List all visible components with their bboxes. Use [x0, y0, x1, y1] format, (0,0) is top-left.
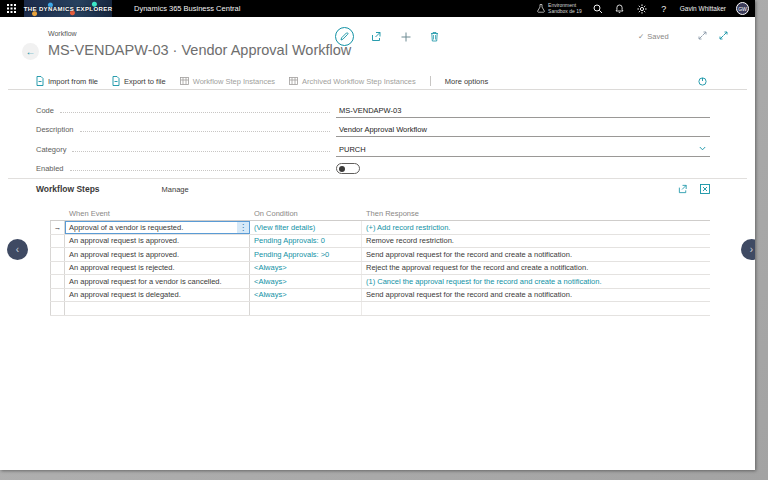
file-export-icon — [112, 76, 120, 86]
top-bar: THE DYNAMICS EXPLORER Dynamics 365 Busin… — [0, 0, 755, 17]
notifications-bell-icon[interactable] — [614, 3, 626, 15]
response-link[interactable]: (1) Cancel the approval request for the … — [362, 275, 710, 288]
table-row[interactable]: An approval request is delegated. <Alway… — [50, 289, 710, 303]
table-row[interactable]: An approval request for a vendor is canc… — [50, 275, 710, 289]
table-row[interactable]: An approval request is rejected. <Always… — [50, 262, 710, 276]
condition-link[interactable]: <Always> — [250, 275, 362, 288]
saved-check-icon: ✓ — [638, 32, 644, 41]
table-row-empty[interactable] — [50, 302, 710, 316]
page-title: MS-VENDAPW-03 · Vendor Approval Workflow — [48, 42, 351, 58]
response-text[interactable]: Send approval request for the record and… — [362, 248, 710, 261]
desktop: THE DYNAMICS EXPLORER Dynamics 365 Busin… — [0, 0, 768, 480]
record-toolbar — [335, 27, 441, 46]
manage-menu[interactable]: Manage — [162, 185, 189, 194]
column-header-when-event[interactable]: When Event — [65, 206, 250, 220]
back-button[interactable]: ← — [22, 43, 39, 60]
window-mini-icons — [698, 31, 728, 40]
focus-mode-icon[interactable] — [719, 31, 728, 40]
workflow-steps-title: Workflow Steps — [36, 184, 100, 194]
condition-link[interactable]: <Always> — [250, 289, 362, 302]
code-label: Code — [36, 106, 54, 118]
search-icon[interactable] — [592, 3, 604, 15]
condition-link[interactable]: (View filter details) — [250, 221, 362, 234]
environment-indicator[interactable]: Environment Sandbox de 19 — [537, 3, 582, 14]
enabled-field-row: Enabled — [36, 157, 710, 177]
column-header-then-response[interactable]: Then Response — [362, 206, 710, 220]
enabled-toggle[interactable] — [336, 163, 360, 174]
description-input[interactable]: Vendor Approval Workflow — [336, 123, 710, 137]
saved-label: Saved — [647, 32, 668, 41]
category-field-row: Category PURCH — [36, 137, 710, 157]
code-input[interactable]: MS-VENDAPW-03 — [336, 104, 710, 118]
new-record-plus-button[interactable] — [399, 30, 412, 43]
selected-row-arrow-icon: → — [50, 221, 65, 234]
section-divider — [8, 178, 747, 179]
row-menu-icon[interactable]: ⋮ — [237, 222, 249, 233]
back-arrow-icon: ← — [26, 46, 36, 57]
description-label: Description — [36, 125, 74, 137]
action-bar-divider — [430, 76, 431, 86]
more-options-button[interactable]: More options — [445, 77, 488, 86]
column-header-on-condition[interactable]: On Condition — [250, 206, 362, 220]
archived-workflow-step-instances-button[interactable]: Archived Workflow Step Instances — [289, 77, 416, 86]
app-launcher-waffle-icon[interactable] — [3, 0, 20, 17]
enabled-label: Enabled — [36, 164, 64, 176]
browser-window: THE DYNAMICS EXPLORER Dynamics 365 Busin… — [0, 0, 755, 470]
popout-icon[interactable] — [698, 31, 707, 40]
share-button[interactable] — [370, 30, 383, 43]
list-grid-icon — [289, 77, 298, 85]
next-record-button[interactable]: › — [741, 239, 755, 260]
dotted-leader — [70, 163, 330, 171]
import-from-file-button[interactable]: Import from file — [36, 76, 98, 86]
previous-record-button[interactable]: ‹ — [7, 239, 28, 260]
help-icon[interactable]: ? — [658, 3, 670, 15]
table-row[interactable]: An approval request is approved. Pending… — [50, 235, 710, 249]
category-select[interactable]: PURCH — [336, 143, 710, 157]
settings-gear-icon[interactable] — [636, 3, 648, 15]
user-name[interactable]: Gavin Whittaker — [680, 5, 726, 12]
description-field-row: Description Vendor Approval Workflow — [36, 118, 710, 138]
table-header-row: When Event On Condition Then Response — [50, 206, 710, 221]
open-in-excel-icon[interactable] — [700, 184, 710, 194]
topbar-actions: Environment Sandbox de 19 ? Gavin Whitta… — [537, 2, 755, 15]
condition-link[interactable]: Pending Approvals: 0 — [250, 235, 362, 248]
page-header: ← Workflow MS-VENDAPW-03 · Vendor Approv… — [0, 17, 755, 73]
dotted-leader — [72, 144, 330, 152]
flask-icon — [537, 4, 545, 13]
delete-trash-button[interactable] — [428, 30, 441, 43]
file-import-icon — [36, 76, 44, 86]
breadcrumb[interactable]: Workflow — [48, 30, 77, 37]
table-row[interactable]: → Approval of a vendor is requested. ⋮ (… — [50, 221, 710, 235]
code-field-row: Code MS-VENDAPW-03 — [36, 98, 710, 118]
attachments-indicator-icon[interactable] — [698, 77, 707, 86]
action-bar: Import from file Export to file Workflow… — [8, 73, 747, 90]
share-grid-icon[interactable] — [678, 184, 688, 194]
response-link[interactable]: (+) Add record restriction. — [362, 221, 710, 234]
list-grid-icon — [180, 77, 189, 85]
export-to-file-button[interactable]: Export to file — [112, 76, 166, 86]
category-label: Category — [36, 145, 66, 157]
response-text[interactable]: Reject the approval request for the reco… — [362, 262, 710, 275]
dotted-leader — [60, 105, 330, 113]
app-title[interactable]: Dynamics 365 Business Central — [134, 4, 240, 13]
avatar[interactable]: GW — [736, 2, 749, 15]
dotted-leader — [80, 124, 330, 132]
chevron-right-icon: › — [750, 244, 753, 255]
table-row[interactable]: An approval request is approved. Pending… — [50, 248, 710, 262]
response-text[interactable]: Remove record restriction. — [362, 235, 710, 248]
environment-name: Sandbox de 19 — [548, 9, 582, 15]
condition-link[interactable]: <Always> — [250, 262, 362, 275]
response-text[interactable]: Send approval request for the record and… — [362, 289, 710, 302]
chevron-left-icon: ‹ — [16, 244, 19, 255]
edit-pencil-button[interactable] — [335, 27, 354, 46]
workflow-steps-header: Workflow Steps Manage — [36, 181, 710, 197]
general-fields: Code MS-VENDAPW-03 Description Vendor Ap… — [36, 98, 710, 176]
dynamics-explorer-logo[interactable]: THE DYNAMICS EXPLORER — [24, 0, 112, 17]
save-status: ✓ Saved — [638, 32, 669, 41]
workflow-step-instances-button[interactable]: Workflow Step Instances — [180, 77, 275, 86]
condition-link[interactable]: Pending Approvals: >0 — [250, 248, 362, 261]
workflow-steps-table: When Event On Condition Then Response → … — [50, 206, 710, 316]
chevron-down-icon[interactable] — [699, 146, 706, 151]
